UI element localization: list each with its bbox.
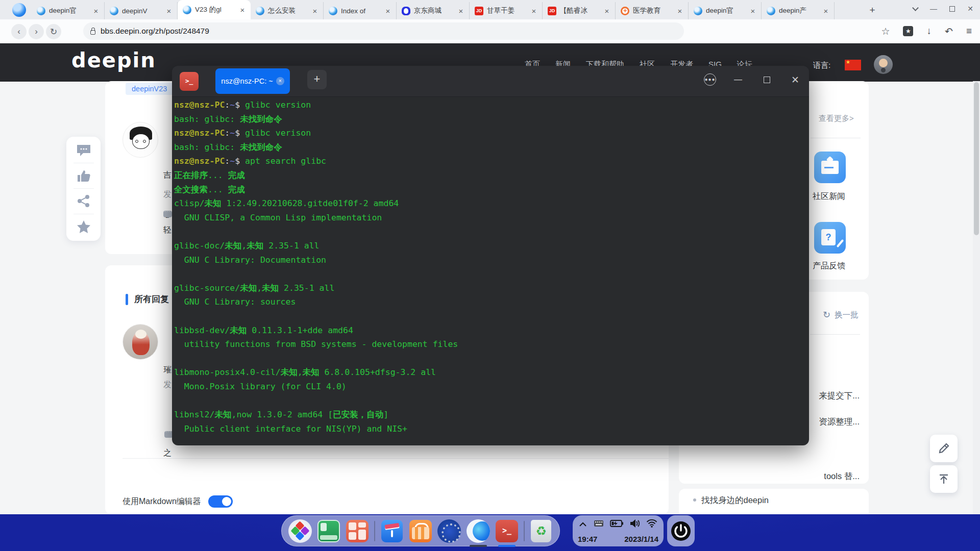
deepin-favicon [183,6,191,14]
browser-tab[interactable]: JD【酷睿冰× [543,2,616,19]
tab-search-chevron-icon[interactable] [910,3,921,14]
occluded-text-fragment: 发 [163,380,172,390]
menu-icon[interactable]: ≡ [966,26,972,37]
history-undo-icon[interactable]: ↶ [945,26,953,37]
tab-close-icon[interactable]: × [238,6,247,14]
browser-tab[interactable]: deepin官× [689,2,762,19]
download-icon[interactable]: ↓ [926,26,932,37]
terminal-new-tab-button[interactable]: + [307,70,327,89]
dock-file-manager-icon[interactable] [380,519,404,543]
clock-time[interactable]: 19:47 [578,535,597,543]
tab-close-icon[interactable]: × [457,7,465,15]
browser-tab[interactable]: JD甘草干姜× [470,2,543,19]
terminal-line: Public client interface for NIS(YP) and … [174,422,805,436]
tab-close-icon[interactable]: × [749,7,757,15]
browser-tab[interactable]: V23 的gl× [178,0,251,19]
close-button[interactable]: ✕ [965,3,976,14]
tab-close-icon[interactable]: × [165,7,173,15]
new-post-button[interactable] [930,435,958,462]
deepin-favicon [767,7,775,15]
terminal-tab-close-icon[interactable]: × [276,77,284,85]
terminal-output[interactable]: nsz@nsz-PC:~$ glibc versionbash: glibc: … [174,98,805,436]
community-news-icon[interactable] [814,152,846,183]
back-to-top-button[interactable] [930,465,958,493]
tab-close-icon[interactable]: × [384,7,392,15]
terminal-line: bash: glibc: 未找到命令 [174,140,805,155]
bookmarks-box-icon[interactable]: ★ [903,26,913,36]
deepin-logo[interactable]: deepin [71,48,156,72]
comments-icon[interactable] [76,144,91,157]
language-flag-icon[interactable] [845,60,861,70]
product-feedback-label[interactable]: 产品反馈 [813,261,845,271]
dock-browser-icon[interactable] [466,519,490,543]
favorite-star-icon[interactable] [77,220,91,234]
terminal-maximize-button[interactable] [760,73,773,86]
dock-power-button[interactable] [667,515,695,546]
keyboard-icon[interactable] [594,520,604,529]
terminal-minimize-button[interactable]: — [731,73,745,86]
see-more-link[interactable]: 查看更多> [819,114,854,123]
browser-tab[interactable]: 医学教育× [616,2,689,19]
tab-close-icon[interactable]: × [676,7,684,15]
tab-title: V23 的gl [195,5,235,14]
tab-close-icon[interactable]: × [822,7,830,15]
comment-bubble-icon [163,211,172,217]
hot-topic-item[interactable]: tools 替... [679,471,860,482]
bookmark-star-icon[interactable]: ☆ [881,26,890,37]
volume-icon[interactable] [630,519,640,530]
dock-launcher-icon[interactable] [288,519,312,543]
maximize-button[interactable] [946,3,958,14]
minimize-button[interactable]: — [928,3,939,14]
tab-close-icon[interactable]: × [530,7,538,15]
forward-button[interactable]: › [29,24,44,39]
terminal-close-button[interactable]: ✕ [789,73,802,86]
category-tag[interactable]: deepinV23 [126,83,173,95]
terminal-titlebar[interactable]: >_ nsz@nsz-PC: ~ × + ●●● — ✕ [172,66,809,97]
like-icon[interactable] [77,169,91,183]
tab-close-icon[interactable]: × [603,7,611,15]
jd-favicon: JD [548,7,556,15]
page-scrollbar[interactable] [973,81,980,514]
dock-app-grid-icon[interactable] [346,519,370,543]
language-label[interactable]: 语言: [813,61,830,70]
browser-tab[interactable]: deepinV× [105,2,178,19]
user-avatar[interactable] [874,55,893,74]
browser-tab[interactable]: deepin官× [32,2,105,19]
back-button[interactable]: ‹ [11,24,27,39]
post-author-avatar[interactable] [122,122,158,158]
wifi-icon[interactable] [646,519,657,530]
refresh-batch-button[interactable]: ↻ 换一批 [823,309,859,320]
browser-tab[interactable]: Index of× [324,2,397,19]
browser-logo-icon[interactable] [12,3,26,17]
reply-author-avatar[interactable] [122,324,158,360]
dock-multitasking-icon[interactable] [316,519,340,543]
browser-tab[interactable]: deepin产× [762,2,835,19]
tray-expand-chevron-icon[interactable] [579,520,587,529]
dock-control-center-icon[interactable] [437,519,461,543]
reload-button[interactable]: ↻ [46,24,61,39]
browser-tab[interactable]: 怎么安装× [251,2,324,19]
new-tab-button[interactable]: + [866,4,879,17]
tab-close-icon[interactable]: × [311,7,319,15]
browser-tab[interactable]: 京东商城× [397,2,470,19]
dock-app-store-icon[interactable] [408,519,432,543]
product-feedback-icon[interactable]: ? [814,222,846,254]
clock-date[interactable]: 2023/1/14 [624,535,658,543]
tab-title: 京东商城 [414,6,453,15]
battery-icon[interactable] [610,520,623,529]
browser-window-controls: — ✕ [910,3,976,14]
med-favicon [621,7,629,15]
community-news-label[interactable]: 社区新闻 [813,191,845,202]
tab-close-icon[interactable]: × [92,7,100,15]
markdown-editor-label: 使用Markdown编辑器 [122,496,201,507]
markdown-toggle[interactable] [208,495,233,508]
terminal-menu-icon[interactable]: ●●● [704,73,716,86]
terminal-tab[interactable]: nsz@nsz-PC: ~ × [215,68,290,94]
share-icon[interactable] [77,194,90,208]
occluded-text-fragment: 轻 [163,225,172,236]
hot-topic-item[interactable]: 找找身边的deepin [693,495,769,506]
dock-trash-icon[interactable]: ♻ [529,519,553,543]
terminal-window[interactable]: >_ nsz@nsz-PC: ~ × + ●●● — ✕ nsz@nsz-PC:… [172,66,809,445]
dock-terminal-icon[interactable]: >_ [495,519,519,543]
url-bar[interactable]: bbs.deepin.org/zh/post/248479 [83,22,684,40]
